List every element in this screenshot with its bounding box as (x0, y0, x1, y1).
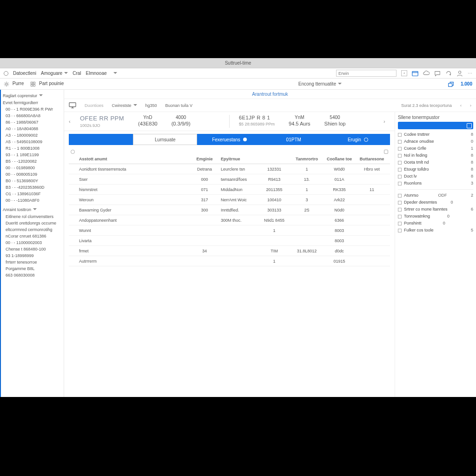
menu-item[interactable]: Datoectleni (13, 71, 36, 76)
checkbox-icon[interactable] (398, 208, 402, 212)
collapse-right-icon[interactable]: › (383, 119, 390, 124)
table-row[interactable]: Livarta8003 (69, 236, 390, 246)
table-settings-icon[interactable] (384, 150, 388, 154)
sidebar-item[interactable]: A3 · - 180009002 (3, 132, 62, 139)
search-go-icon[interactable]: ‹ (401, 70, 407, 76)
menu-item[interactable]: Amoguare (41, 71, 68, 76)
chevron-left-icon[interactable]: ‹ (460, 103, 462, 108)
user-icon[interactable] (456, 70, 463, 77)
menu-more-icon[interactable] (112, 71, 117, 76)
sidebar-item[interactable]: B0 · - 51369800Y (3, 178, 62, 184)
sidebar-item[interactable]: 00 · - 11000002003 (3, 239, 62, 246)
sidebar-item[interactable]: Porgamme B8L (3, 265, 62, 272)
panel-row[interactable]: Ruonlons3 (398, 180, 473, 187)
sidebar-item[interactable]: O1 · - 138961036F (3, 191, 62, 197)
table-row[interactable]: Autrrrerm101915 (69, 256, 390, 266)
checkbox-icon[interactable] (398, 154, 402, 158)
toolbar-item[interactable]: Cwirestste (112, 103, 137, 108)
ribbon-item[interactable]: Part pouinie (30, 81, 64, 86)
panel-row[interactable]: Cueoe Grlle1 (398, 145, 473, 152)
panel-row[interactable]: Tonrowatnkng0 (398, 213, 473, 220)
sidebar-item[interactable]: 00 · - 1 R009E396 R PWr (3, 106, 62, 112)
tab[interactable]: Erugin (326, 134, 390, 145)
export-icon[interactable] (448, 81, 454, 87)
panel-row[interactable]: Fulker cos toole5 (398, 227, 473, 234)
col-header[interactable]: Tanmrortro (291, 157, 323, 161)
sidebar-item[interactable]: R1 · - 1 800B1008 (3, 145, 62, 152)
menu-item[interactable]: Cral (73, 71, 81, 76)
checkbox-icon[interactable] (398, 182, 402, 185)
col-header[interactable]: Asstott anumt (79, 157, 188, 161)
calendar-icon[interactable] (412, 70, 418, 77)
table-row[interactable]: hismrstret071MIddadNon20113551RK33511 (69, 185, 390, 195)
sidebar-item[interactable]: 00 · - -11080A8F0 (3, 197, 62, 204)
panel-row[interactable]: Ponshintt0 (398, 220, 473, 227)
toolbar-item[interactable]: hg350 (145, 103, 157, 108)
panel-header-bar[interactable] (398, 122, 473, 129)
sidebar-item[interactable]: 86 · - 1988/06067 (3, 119, 62, 126)
monitor-icon[interactable] (69, 102, 76, 109)
panel-row[interactable]: AtunrsoODF2 (398, 192, 473, 199)
panel-row[interactable]: Dpeder deesmtes0 (398, 199, 473, 206)
sidebar-item[interactable]: Evret ferrntgordterr (3, 99, 62, 106)
checkbox-icon[interactable] (398, 147, 402, 151)
checkbox-icon[interactable] (398, 201, 402, 205)
table-row[interactable]: Weroun317NerrAmt Woic1004103Ark22 (69, 195, 390, 205)
tab[interactable]: Lurnsuate (133, 134, 197, 145)
overflow-icon[interactable]: ⋯ (468, 71, 472, 76)
panel-row[interactable]: Etougr tolldro8 (398, 166, 473, 173)
col-header[interactable]: Epyitrnue (221, 157, 258, 161)
breadcrumb[interactable]: Arantrout fortmuk (64, 90, 476, 99)
sidebar-item[interactable]: 03 · - 666800A8A8 (3, 112, 62, 119)
chat-icon[interactable] (434, 70, 441, 77)
checkbox-icon[interactable] (398, 161, 402, 165)
sidebar-item[interactable]: 00 · - 008005109 (3, 171, 62, 178)
sidebar-item[interactable]: 93 1-18998999 (3, 252, 62, 259)
template-dropdown[interactable]: Encong tternuatite (298, 81, 342, 86)
col-header[interactable]: Buttaresone (356, 157, 388, 161)
table-row[interactable]: Wunnt18003 (69, 225, 390, 236)
checkbox-icon[interactable] (398, 229, 402, 232)
panel-row[interactable]: Nol in feding8 (398, 152, 473, 159)
checkbox-icon[interactable] (398, 194, 402, 198)
refresh-icon[interactable] (445, 70, 452, 77)
panel-row[interactable]: Srtrer co mone ltanntes6 (398, 206, 473, 213)
sidebar-item[interactable]: A5 · - 54950108009 (3, 139, 62, 145)
sidebar-item[interactable]: eltcorrmred cermonrotihg (3, 226, 62, 233)
sidebar-item[interactable]: 00 · - 01989800 (3, 165, 62, 171)
sidebar-item[interactable]: frrterr tenesorroe (3, 259, 62, 265)
panel-row[interactable]: Codee trsttrer8 (398, 131, 473, 138)
col-header[interactable]: Emginie (188, 157, 221, 161)
checkbox-icon[interactable] (398, 222, 402, 225)
checkbox-icon[interactable] (398, 175, 402, 178)
table-row[interactable]: Sser000twnsanrd/foesR941313.011A (69, 174, 390, 185)
sidebar-section-title[interactable]: Anraint tosttron (3, 207, 62, 212)
table-row[interactable]: frmet34TIM31.8L8012d0dc (69, 246, 390, 256)
panel-row[interactable]: Oceta tmlt nd8 (398, 159, 473, 166)
checkbox-icon[interactable] (398, 215, 402, 218)
sidebar-item[interactable]: A0 · - 18A804088 (3, 126, 62, 132)
select-all-checkbox[interactable] (71, 150, 75, 154)
checkbox-icon[interactable] (398, 133, 402, 137)
table-row[interactable]: Bawarning Gyder300Innttdfied.3031332SN0d… (69, 205, 390, 215)
sidebar-item[interactable]: nCorar cnruet 681386 (3, 233, 62, 239)
toolbar-crumb[interactable]: Duontioes (85, 103, 104, 108)
table-row[interactable]: Aonidtont tissnserrensotaDetranaLeurcler… (69, 164, 390, 174)
panel-row[interactable]: Doct lv8 (398, 173, 473, 180)
sidebar-item[interactable]: Eitlnene rol clomvenstters (3, 213, 62, 220)
checkbox-icon[interactable] (398, 168, 402, 172)
chevron-right-icon[interactable]: › (470, 103, 471, 108)
toolbar-item[interactable]: Buonan tuila V (165, 103, 193, 108)
sidebar-item[interactable]: Dueritt orettdonrgs occurne (3, 220, 62, 226)
collapse-left-icon[interactable]: ‹ (69, 119, 75, 124)
sidebar-item[interactable]: 663 068030008 (3, 272, 62, 278)
sidebar-item[interactable]: Chense t 868480-100 (3, 246, 62, 252)
ribbon-item[interactable]: Purre (4, 81, 24, 86)
search-input[interactable] (336, 70, 397, 77)
table-row[interactable]: Andoppatoneenhant300M thoc.N9d1 84556366 (69, 215, 390, 225)
sidebar-item[interactable]: 93 · - 1 189E1199 (3, 152, 62, 158)
back-icon[interactable] (4, 71, 8, 76)
sidebar-item[interactable]: B5 · - -12020082 (3, 158, 62, 165)
checkbox-icon[interactable] (398, 140, 402, 144)
col-header[interactable]: Coollane toe (323, 157, 356, 161)
